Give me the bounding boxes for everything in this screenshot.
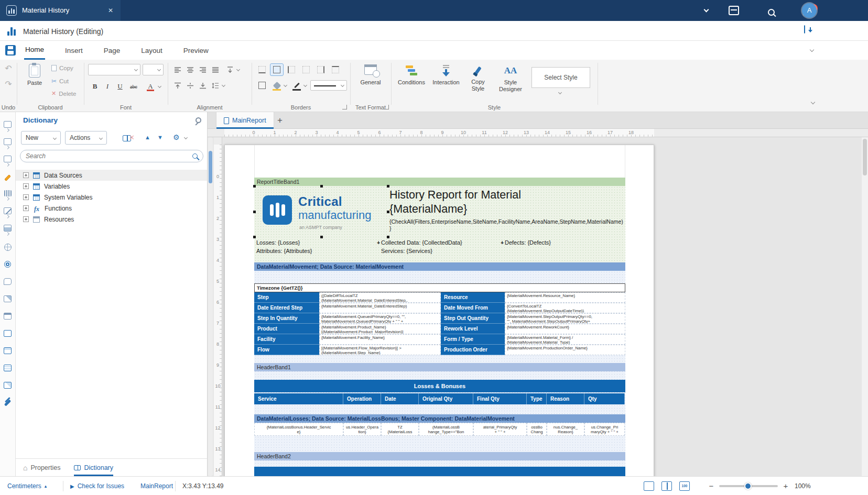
fill-color-button[interactable]	[270, 80, 283, 91]
summary-text[interactable]: Services: {Services}	[381, 248, 432, 254]
font-color-button[interactable]: A	[145, 81, 156, 92]
export-window-icon[interactable]	[804, 25, 805, 34]
field-label-form-type[interactable]: Form / Type	[441, 334, 505, 345]
align-justify-button[interactable]	[210, 64, 221, 75]
field-label-step[interactable]: Step	[254, 292, 319, 303]
expand-plus-icon[interactable]	[23, 172, 29, 178]
actions-button[interactable]: Actions	[65, 131, 107, 145]
underline-button[interactable]: U	[114, 81, 126, 92]
summary-text[interactable]: Attributes: {Attributes}	[256, 248, 312, 254]
next-section-bar-partial[interactable]	[254, 467, 625, 476]
expand-plus-icon[interactable]	[23, 205, 29, 211]
zoom-in-button[interactable]: +	[781, 481, 790, 491]
align-top-button[interactable]	[172, 80, 183, 91]
font-family-select[interactable]	[88, 64, 140, 75]
field-value[interactable]: [{MaterialMovement.Flow_MajorRevision}] …	[319, 345, 441, 355]
left-scrollbar-track[interactable]	[208, 137, 213, 476]
line-spacing-chevron-icon[interactable]	[222, 83, 225, 87]
expression-cell[interactable]: us.Header_Opera tion}	[343, 423, 381, 436]
cut-button[interactable]: ✂Cut	[51, 78, 69, 85]
add-page-button[interactable]: +	[275, 115, 285, 126]
tool-duplicate-page[interactable]	[0, 117, 16, 135]
report-tab-mainreport[interactable]: MainReport	[216, 112, 274, 129]
align-left-button[interactable]	[172, 64, 183, 75]
panel-tab-dictionary[interactable]: Dictionary	[74, 459, 113, 476]
horizontal-ruler[interactable]: 0123456789101112131415161718	[208, 129, 868, 137]
expression-cell[interactable]: ossBo Chang	[527, 423, 547, 436]
page-view-icon[interactable]	[644, 481, 654, 491]
tree-item-resources[interactable]: Resources	[16, 214, 207, 225]
tool-edit-pen[interactable]	[0, 169, 16, 186]
tool-picture-component[interactable]	[0, 377, 16, 394]
right-scrollbar-track[interactable]	[862, 137, 868, 476]
field-value[interactable]: {MaterialMovement.Product_Name} [{Materi…	[319, 324, 441, 334]
tool-report-pages[interactable]	[0, 135, 16, 152]
ribbon-tab-layout[interactable]: Layout	[140, 41, 164, 60]
ribbon-tab-preview[interactable]: Preview	[182, 41, 210, 60]
settings-chevron-icon[interactable]	[184, 136, 188, 139]
multi-page-view-icon[interactable]	[661, 481, 672, 491]
field-label-flow[interactable]: Flow	[254, 345, 319, 355]
field-value[interactable]: {MaterialMovement.QueuedPrimaryQty==0, "…	[319, 313, 441, 324]
undo-button[interactable]: ↶	[3, 63, 14, 73]
field-value[interactable]: {MaterialMovement.Facility_Name}	[319, 334, 441, 345]
conditions-button[interactable]: Conditions	[396, 65, 427, 86]
statusbar-report-name[interactable]: MainReport	[140, 477, 173, 495]
expression-cell[interactable]: (MaterialLossB hange_Type=="Bon	[419, 423, 473, 436]
border-color-chevron-icon[interactable]	[303, 83, 307, 87]
zoom-out-button[interactable]: −	[707, 481, 716, 491]
chevron-down-icon[interactable]	[704, 7, 709, 13]
zoom-100-icon[interactable]: 100	[679, 481, 690, 491]
report-page[interactable]: ReportTitleBand1 Critical manufacturing …	[224, 145, 654, 476]
losses-bonuses-title[interactable]: Losses & Bonuses	[254, 380, 625, 392]
logo-component[interactable]: Critical manufacturing an ASMPT company	[254, 186, 388, 237]
field-label-rework-level[interactable]: Rework Level	[441, 324, 505, 334]
copy-button[interactable]: Copy	[51, 65, 73, 71]
tool-text-component[interactable]	[0, 325, 16, 342]
band-data-material-losses[interactable]: DataMaterialLosses; Data Source: Materia…	[254, 414, 625, 423]
tool-globe[interactable]	[0, 238, 16, 256]
expression-cell[interactable]: {MaterialLossBonus.Header_Servic e}	[254, 423, 343, 436]
bold-button[interactable]: B	[89, 81, 101, 92]
field-label-date-moved-from[interactable]: Date Moved From	[441, 303, 505, 313]
timezone-text[interactable]: Timezone {GetTZ()}	[254, 283, 625, 292]
tree-item-functions[interactable]: fxFunctions	[16, 203, 207, 214]
units-selector[interactable]: Centimeters▴	[7, 477, 47, 495]
close-tab-icon[interactable]: ✕	[108, 7, 113, 14]
text-format-dialog-launcher-icon[interactable]	[384, 105, 389, 109]
field-label-production-order[interactable]: Production Order	[441, 345, 505, 355]
panel-toggle-icon[interactable]	[810, 48, 814, 52]
ribbon-tab-page[interactable]: Page	[103, 41, 122, 60]
ribbon-collapse-icon[interactable]	[811, 100, 815, 104]
left-scrollbar-thumb[interactable]	[209, 151, 212, 183]
field-label-step-out-quantity[interactable]: Step Out Quantity	[441, 313, 505, 324]
copy-style-button[interactable]: Copy Style	[465, 65, 491, 92]
fill-color-chevron-icon[interactable]	[284, 83, 287, 87]
italic-button[interactable]: I	[102, 81, 113, 92]
expand-plus-icon[interactable]	[23, 194, 29, 200]
border-top-button[interactable]	[329, 64, 342, 75]
line-spacing-button[interactable]	[210, 80, 221, 91]
band-report-title[interactable]: ReportTitleBand1	[254, 178, 625, 186]
field-value[interactable]: {MaterialMovement.Material_Form} / {Mate…	[505, 334, 625, 345]
tree-item-data-sources[interactable]: Data Sources	[16, 170, 207, 181]
font-size-select[interactable]	[143, 64, 164, 75]
borders-dialog-launcher-icon[interactable]	[342, 105, 347, 109]
expression-cell[interactable]: us.Change_Pri maryQty + " " +	[584, 423, 625, 436]
tree-item-system-variables[interactable]: System Variables	[16, 192, 207, 203]
tool-target[interactable]	[0, 256, 16, 273]
tool-chart[interactable]	[0, 221, 16, 238]
expand-plus-icon[interactable]	[23, 183, 29, 189]
border-outer-button[interactable]	[256, 80, 268, 91]
font-color-chevron-icon[interactable]	[158, 84, 161, 88]
tool-copy-page[interactable]	[0, 152, 16, 169]
search-input[interactable]	[26, 152, 189, 160]
field-value[interactable]: {MaterialMovement.ProductionOrder_Name}	[505, 345, 625, 355]
ribbon-tab-insert[interactable]: Insert	[64, 41, 84, 60]
tool-list-component[interactable]	[0, 359, 16, 377]
align-middle-button[interactable]	[185, 80, 196, 91]
pin-icon[interactable]	[195, 117, 202, 124]
align-center-button[interactable]	[185, 64, 196, 75]
band-header2[interactable]: HeaderBand2	[254, 452, 625, 460]
scan-icon[interactable]	[729, 6, 739, 15]
